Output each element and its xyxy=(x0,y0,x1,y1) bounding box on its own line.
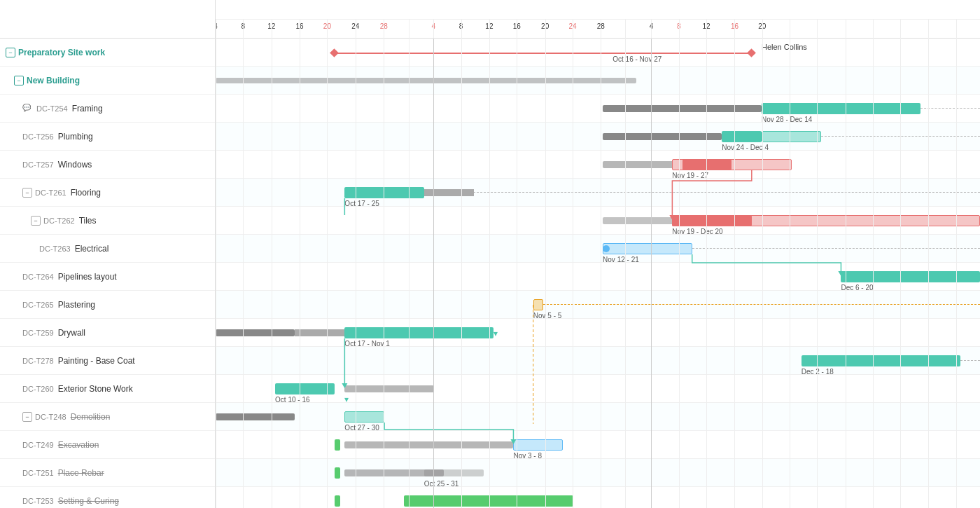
gantt-row: Nov 24 - Dec 4 xyxy=(216,123,980,151)
task-row: DC-T251Place Rebar xyxy=(0,459,215,487)
task-code: DC-T263 xyxy=(39,245,71,253)
main-container: −Preparatory Site work−New Building💬DC-T… xyxy=(0,0,980,508)
dashed-ext xyxy=(424,192,980,193)
arrow-down: ▾ xyxy=(493,329,498,338)
bar-label: Oct 16 - Nov 27 xyxy=(612,55,662,63)
grid-line xyxy=(790,20,790,39)
day-label: 16 xyxy=(731,22,738,30)
task-code: DC-T254 xyxy=(36,104,68,113)
gantt-bar xyxy=(216,413,295,420)
gantt-bar xyxy=(672,215,751,226)
gantt-panel: 48121620242848121620242848121620 Helen C… xyxy=(216,0,980,508)
task-code: DC-T249 xyxy=(22,441,54,449)
oct-label xyxy=(216,0,227,6)
task-name: Place Rebar xyxy=(58,468,104,478)
gantt-bar xyxy=(404,495,573,507)
task-name: Painting - Base Coat xyxy=(58,356,135,366)
grid-line xyxy=(900,20,901,39)
task-row: DC-T260Exterior Stone Work xyxy=(0,375,215,403)
day-label: 16 xyxy=(513,22,521,30)
gantt-bar xyxy=(344,385,434,392)
day-label: 4 xyxy=(650,22,654,30)
task-row: DC-T265Plastering xyxy=(0,291,215,319)
task-code: DC-T262 xyxy=(43,217,75,225)
task-row: DC-T259Drywall xyxy=(0,319,215,347)
task-name: Flooring xyxy=(71,188,101,198)
gantt-bar xyxy=(603,133,722,140)
grid-line xyxy=(625,20,626,39)
gantt-bar xyxy=(762,103,920,114)
task-name: Tiles xyxy=(79,216,97,226)
day-label: 8 xyxy=(459,22,463,30)
gantt-row: Oct 23 - Nov 9 xyxy=(216,487,980,508)
task-row: −New Building xyxy=(0,67,215,95)
day-label: 28 xyxy=(380,22,388,30)
gantt-row: Oct 25 - 31 xyxy=(216,459,980,487)
task-row: DC-T278Painting - Base Coat xyxy=(0,347,215,375)
task-name: New Building xyxy=(27,76,80,85)
task-row: −DC-T261Flooring xyxy=(0,179,215,207)
task-name: Plumbing xyxy=(58,132,93,142)
task-code: DC-T259 xyxy=(22,329,54,337)
gantt-bar xyxy=(424,469,484,476)
task-row: −DC-T248Demolition xyxy=(0,403,215,431)
task-row: DC-T253Setting & Curing xyxy=(0,487,215,508)
gantt-row: Oct 10 - 16▾ xyxy=(216,375,980,403)
gantt-row: Dec 6 - 20 xyxy=(216,263,980,291)
day-label: 20 xyxy=(323,22,331,30)
task-code: DC-T257 xyxy=(22,160,54,169)
day-label: 16 xyxy=(296,22,304,30)
bar-segment xyxy=(424,189,474,196)
dashed-ext xyxy=(543,304,980,305)
task-name: Drywall xyxy=(58,328,85,338)
task-name: Windows xyxy=(58,160,92,170)
gantt-bar xyxy=(682,159,732,170)
expand-icon[interactable]: − xyxy=(14,76,24,85)
task-row: DC-T263Electrical xyxy=(0,235,215,263)
expand-icon[interactable]: − xyxy=(22,412,32,422)
task-name: Demolition xyxy=(71,412,111,422)
task-row: DC-T264Pipelines layout xyxy=(0,263,215,291)
expand-icon[interactable]: − xyxy=(31,216,41,226)
gantt-row: Nov 12 - 21 xyxy=(216,235,980,263)
grid-line xyxy=(956,20,957,39)
gantt-row: Oct 17 - 25 xyxy=(216,179,980,207)
day-label: 12 xyxy=(485,22,493,30)
day-label: 4 xyxy=(216,22,218,30)
task-code: DC-T253 xyxy=(22,497,54,505)
expand-icon[interactable]: − xyxy=(6,48,15,57)
task-name: Plastering xyxy=(58,300,95,310)
grid-line xyxy=(928,20,929,39)
task-code: DC-T265 xyxy=(22,301,54,309)
task-row: 💬DC-T254Framing xyxy=(0,95,215,123)
task-row: DC-T249Excavation xyxy=(0,431,215,459)
day-label: 12 xyxy=(703,22,710,30)
gantt-bar xyxy=(344,187,424,198)
gantt-bar xyxy=(603,243,692,254)
gantt-bar xyxy=(216,329,295,336)
dependency-line xyxy=(335,53,752,54)
expand-icon[interactable]: − xyxy=(22,188,32,198)
gantt-row: Nov 28 - Dec 14 xyxy=(216,95,980,123)
day-label: 4 xyxy=(431,22,435,30)
gantt-row: Helen CollinsOct 16 - Nov 27 xyxy=(216,39,980,67)
gantt-row: Nov 19 - Dec 20 xyxy=(216,207,980,235)
gantt-bar xyxy=(603,105,762,112)
task-list-panel: −Preparatory Site work−New Building💬DC-T… xyxy=(0,0,216,508)
nov-label xyxy=(539,0,550,6)
dec-label xyxy=(799,0,810,6)
gantt-bar xyxy=(722,131,762,142)
day-label: 8 xyxy=(241,22,246,30)
grid-line xyxy=(846,20,846,39)
gantt-bar xyxy=(335,495,340,507)
grid-line xyxy=(409,20,410,39)
task-name: Exterior Stone Work xyxy=(58,384,133,394)
arrow-head xyxy=(747,48,756,57)
gantt-row: Oct 27 - 30 xyxy=(216,403,980,431)
gantt-row: Nov 3 - 8 xyxy=(216,431,980,459)
task-name: Electrical xyxy=(75,244,109,254)
bar-segment xyxy=(295,329,344,336)
task-row: DC-T257Windows xyxy=(0,151,215,179)
gantt-bar xyxy=(841,271,980,282)
task-code: DC-T256 xyxy=(22,132,54,141)
